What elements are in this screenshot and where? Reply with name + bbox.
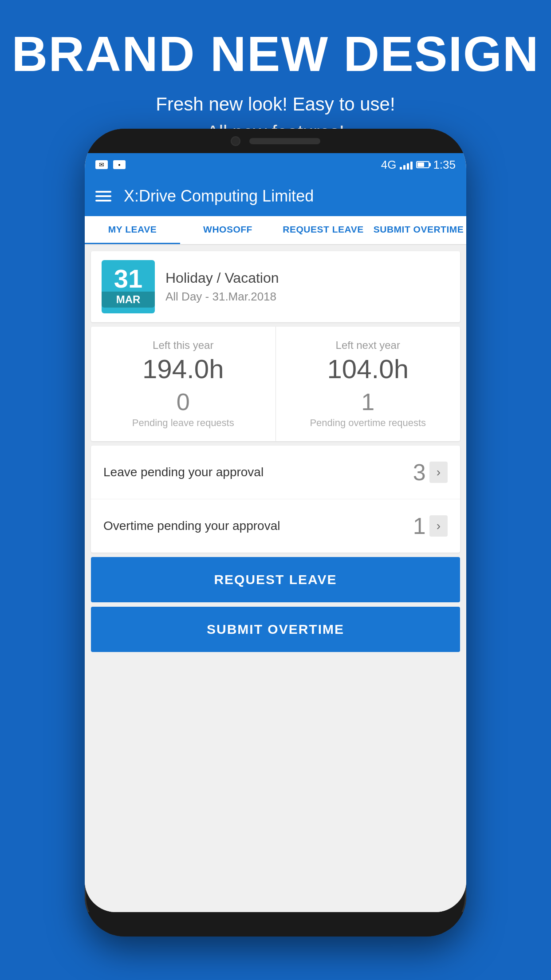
stat-left-count: 0 bbox=[100, 390, 267, 414]
leave-approval-chevron-icon: › bbox=[429, 462, 448, 483]
holiday-info: Holiday / Vacation All Day - 31.Mar.2018 bbox=[165, 270, 449, 304]
buttons-section: REQUEST LEAVE SUBMIT OVERTIME bbox=[91, 557, 460, 652]
signal-bars bbox=[400, 160, 413, 170]
submit-overtime-button[interactable]: SUBMIT OVERTIME bbox=[91, 607, 460, 652]
phone-bottom-bar bbox=[85, 912, 466, 937]
leave-approval-count-section: 3 › bbox=[413, 459, 448, 486]
stat-cell-left: Left this year 194.0h 0 Pending leave re… bbox=[91, 327, 276, 441]
stat-cell-right: Left next year 104.0h 1 Pending overtime… bbox=[276, 327, 460, 441]
stat-right-top-label: Left next year bbox=[285, 339, 452, 352]
phone-camera bbox=[231, 136, 240, 146]
email-status-icon: ✉ bbox=[95, 160, 108, 169]
stat-right-bottom-label: Pending overtime requests bbox=[285, 417, 452, 429]
hamburger-line-3 bbox=[95, 200, 111, 202]
hamburger-line-1 bbox=[95, 191, 111, 193]
leave-approval-label: Leave pending your approval bbox=[103, 465, 264, 479]
approval-section: Leave pending your approval 3 › Overtime… bbox=[91, 446, 460, 553]
phone-screen: ✉ ▪ 4G 1:35 bbox=[85, 153, 466, 912]
phone-top-bar bbox=[85, 129, 466, 153]
stat-left-top-label: Left this year bbox=[100, 339, 267, 352]
holiday-card: 31 MAR Holiday / Vacation All Day - 31.M… bbox=[91, 251, 460, 322]
sd-card-icon: ▪ bbox=[113, 160, 126, 169]
overtime-approval-count: 1 bbox=[413, 513, 426, 539]
status-bar: ✉ ▪ 4G 1:35 bbox=[85, 153, 466, 176]
clock-time: 1:35 bbox=[433, 158, 456, 172]
stat-left-bottom-label: Pending leave requests bbox=[100, 417, 267, 429]
tab-request-leave[interactable]: REQUEST LEAVE bbox=[276, 216, 371, 244]
phone-device: ✉ ▪ 4G 1:35 bbox=[85, 129, 466, 937]
stat-left-hours: 194.0h bbox=[100, 356, 267, 383]
app-bar-title: X:Drive Computing Limited bbox=[124, 187, 314, 205]
promo-title: BRAND NEW DESIGN bbox=[0, 27, 551, 81]
hamburger-line-2 bbox=[95, 195, 111, 197]
date-number: 31 bbox=[114, 266, 143, 292]
holiday-title: Holiday / Vacation bbox=[165, 270, 449, 286]
stats-grid: Left this year 194.0h 0 Pending leave re… bbox=[91, 327, 460, 441]
overtime-approval-chevron-icon: › bbox=[429, 515, 448, 537]
overtime-approval-row[interactable]: Overtime pending your approval 1 › bbox=[91, 499, 460, 553]
signal-bar-4 bbox=[410, 162, 413, 170]
request-leave-button[interactable]: REQUEST LEAVE bbox=[91, 557, 460, 602]
hamburger-menu-button[interactable] bbox=[95, 191, 111, 202]
status-left-icons: ✉ ▪ bbox=[95, 160, 126, 169]
leave-approval-row[interactable]: Leave pending your approval 3 › bbox=[91, 446, 460, 499]
signal-bar-2 bbox=[403, 165, 405, 170]
battery-icon bbox=[416, 161, 429, 168]
stat-right-hours: 104.0h bbox=[285, 356, 452, 383]
tab-submit-overtime[interactable]: SUBMIT OVERTIME bbox=[371, 216, 466, 244]
stat-right-count: 1 bbox=[285, 390, 452, 414]
leave-approval-count: 3 bbox=[413, 459, 426, 486]
overtime-approval-count-section: 1 › bbox=[413, 513, 448, 539]
tab-my-leave[interactable]: MY LEAVE bbox=[85, 216, 180, 244]
nav-tabs: MY LEAVE WHOSOFF REQUEST LEAVE SUBMIT OV… bbox=[85, 216, 466, 245]
phone-speaker bbox=[249, 138, 320, 144]
signal-bar-3 bbox=[407, 163, 409, 170]
app-bar: X:Drive Computing Limited bbox=[85, 176, 466, 216]
battery-fill bbox=[417, 162, 424, 167]
main-content: 31 MAR Holiday / Vacation All Day - 31.M… bbox=[85, 245, 466, 912]
date-month: MAR bbox=[102, 292, 155, 308]
overtime-approval-label: Overtime pending your approval bbox=[103, 519, 280, 533]
tab-whosoff[interactable]: WHOSOFF bbox=[180, 216, 276, 244]
signal-bar-1 bbox=[400, 167, 402, 170]
date-badge: 31 MAR bbox=[102, 260, 155, 313]
holiday-date-label: All Day - 31.Mar.2018 bbox=[165, 290, 449, 304]
status-right-info: 4G 1:35 bbox=[381, 158, 456, 172]
network-indicator: 4G bbox=[381, 158, 397, 172]
